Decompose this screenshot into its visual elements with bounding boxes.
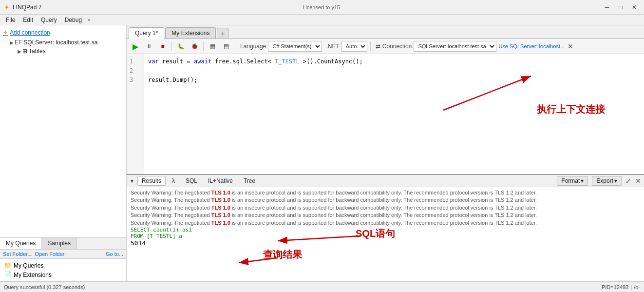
- results-tab-sql[interactable]: SQL: [181, 176, 202, 186]
- results-tab-results[interactable]: Results: [137, 176, 166, 186]
- window-controls: ─ □ ✕: [601, 2, 640, 12]
- connection-label: Connection: [382, 43, 412, 50]
- menu-file[interactable]: File: [2, 16, 19, 24]
- tab-extensions[interactable]: My Extensions: [165, 27, 216, 39]
- status-sep: |: [630, 284, 632, 290]
- tables-label: Tables: [29, 48, 46, 55]
- line-num-2: 2: [130, 66, 141, 76]
- results-expand-button[interactable]: ⤢: [624, 176, 633, 186]
- note-icon: 📄: [4, 271, 12, 278]
- tab-bar: Query 1* My Extensions +: [127, 25, 644, 39]
- sep3: [235, 41, 235, 51]
- sidebar-tab-myqueries-label: My Queries: [6, 240, 36, 247]
- toolbar-close-icon[interactable]: ✕: [568, 42, 573, 50]
- tab-add-button[interactable]: +: [217, 28, 228, 39]
- grid-button[interactable]: ▦: [207, 40, 218, 52]
- connection-select[interactable]: SQLServer: localhost.test.sa: [414, 41, 496, 52]
- code-line-3: result.Dump();: [148, 76, 640, 85]
- line-num-1: 1: [130, 57, 141, 66]
- language-label: Language: [240, 43, 266, 50]
- menu-expand-icon[interactable]: »: [88, 17, 91, 22]
- my-queries-folder[interactable]: 📁 My Queries: [0, 261, 126, 270]
- go-to-link[interactable]: Go to...: [106, 251, 123, 257]
- line-numbers: 1 2 3: [127, 54, 144, 174]
- results-close-button[interactable]: ✕: [635, 177, 641, 185]
- sidebar-tree: ✦ Add connection ▶ EF SQLServer: localho…: [0, 25, 126, 237]
- app-icon: ✦: [4, 3, 10, 11]
- warning-line-1: Security Warning: The negotiated TLS 1.0…: [131, 189, 640, 196]
- results-tab-tree-label: Tree: [244, 177, 255, 184]
- grid2-button[interactable]: ▤: [220, 40, 232, 52]
- svg-line-5: [239, 258, 278, 263]
- warning-line-5: Security Warning: The negotiated TLS 1.0…: [131, 219, 640, 227]
- ef-icon: EF: [15, 39, 22, 46]
- tab-query1-label: Query 1*: [135, 30, 158, 37]
- sep1: [171, 41, 172, 51]
- format-button[interactable]: Format ▾: [557, 176, 588, 186]
- set-folder-link[interactable]: Set Folder...: [3, 251, 32, 257]
- export-chevron-icon: ▾: [614, 177, 617, 184]
- sidebar-tab-myqueries[interactable]: My Queries: [0, 238, 42, 249]
- results-tab-sql-label: SQL: [186, 177, 197, 184]
- maximize-button[interactable]: □: [615, 2, 626, 12]
- export-label: Export: [596, 177, 613, 184]
- bug-button[interactable]: 🐛: [175, 40, 187, 52]
- use-connection-link[interactable]: Use SQLServer: localhost...: [498, 43, 565, 49]
- warning-line-4: Security Warning: The negotiated TLS 1.0…: [131, 212, 640, 219]
- menu-edit[interactable]: Edit: [19, 16, 37, 24]
- language-select[interactable]: C# Statement(s): [268, 41, 322, 52]
- export-button[interactable]: Export ▾: [592, 176, 622, 186]
- status-bar: Query successful (0.327 seconds) PID=124…: [0, 281, 644, 292]
- annotation-query-text: 查询结果: [263, 248, 302, 261]
- line-num-3: 3: [130, 76, 141, 85]
- net-select[interactable]: Auto: [341, 41, 367, 52]
- results-tab-tree[interactable]: Tree: [239, 176, 260, 186]
- results-toggle-icon[interactable]: ▼: [130, 178, 134, 184]
- close-button[interactable]: ✕: [628, 2, 640, 12]
- minimize-button[interactable]: ─: [601, 2, 613, 12]
- my-extensions-label: My Extensions: [14, 272, 52, 278]
- run-button[interactable]: ▶: [130, 40, 141, 52]
- warning-line-3: Security Warning: The negotiated TLS 1.0…: [131, 204, 640, 212]
- stop-button[interactable]: ■: [157, 40, 169, 52]
- connection-label: SQLServer: localhost.test.sa: [23, 39, 97, 46]
- right-area: Query 1* My Extensions + ▶ ⏸ ■ 🐛 🐞 ▦ ▤ L…: [127, 25, 644, 281]
- folder-icon: 📁: [4, 262, 12, 269]
- result-value: 5014: [131, 239, 640, 247]
- main-area: ✦ Add connection ▶ EF SQLServer: localho…: [0, 25, 644, 281]
- tab-add-label: +: [221, 30, 225, 38]
- sql-line-2: FROM [T_TESTL] a: [131, 233, 640, 239]
- results-content: Security Warning: The negotiated TLS 1.0…: [127, 187, 644, 281]
- add-connection-label: Add connection: [10, 29, 50, 36]
- open-folder-link[interactable]: Open Folder: [35, 251, 64, 257]
- sidebar-folder-bar: Set Folder... Open Folder Go to...: [0, 250, 126, 259]
- bug2-button[interactable]: 🐞: [189, 40, 200, 52]
- connection-item[interactable]: ▶ EF SQLServer: localhost.test.sa: [0, 38, 126, 47]
- menu-debug[interactable]: Debug: [61, 16, 86, 24]
- code-editor[interactable]: var result = await free.sql.Select< T_TE…: [144, 54, 644, 174]
- toolbar: ▶ ⏸ ■ 🐛 🐞 ▦ ▤ Language C# Statement(s) .…: [127, 39, 644, 54]
- results-tab-ilnative[interactable]: IL+Native: [204, 176, 237, 186]
- warning-line-2: Security Warning: The negotiated TLS 1.0…: [131, 196, 640, 204]
- keyword-var: var: [148, 58, 159, 65]
- add-connection-link[interactable]: ✦ Add connection: [0, 27, 126, 38]
- sql-line-1: SELECT count(1) as1: [131, 227, 640, 233]
- editor-area: 1 2 3 var result = await free.sql.Select…: [127, 54, 644, 174]
- results-area: ▼ Results λ SQL IL+Native Tree: [127, 174, 644, 281]
- pause-button[interactable]: ⏸: [143, 40, 155, 52]
- sidebar: ✦ Add connection ▶ EF SQLServer: localho…: [0, 25, 127, 281]
- results-toolbar: ▼ Results λ SQL IL+Native Tree: [127, 175, 644, 187]
- license-text: Licensed to y15: [303, 4, 340, 10]
- tables-item[interactable]: ▶ ⊞ Tables: [0, 47, 126, 56]
- sidebar-tab-samples[interactable]: Samples: [42, 238, 77, 249]
- results-tab-lambda[interactable]: λ: [168, 176, 179, 186]
- tab-extensions-label: My Extensions: [171, 30, 209, 37]
- title-bar-left: ✦ LINQPad 7: [4, 3, 41, 11]
- menu-query[interactable]: Query: [37, 16, 61, 24]
- code-line-1: var result = await free.sql.Select< T_TE…: [148, 57, 640, 66]
- tab-query1[interactable]: Query 1*: [129, 27, 164, 39]
- sidebar-queries-list: 📁 My Queries 📄 My Extensions: [0, 259, 126, 281]
- editor-results-area: 1 2 3 var result = await free.sql.Select…: [127, 54, 644, 281]
- my-extensions-folder[interactable]: 📄 My Extensions: [0, 270, 126, 279]
- format-chevron-icon: ▾: [581, 177, 584, 184]
